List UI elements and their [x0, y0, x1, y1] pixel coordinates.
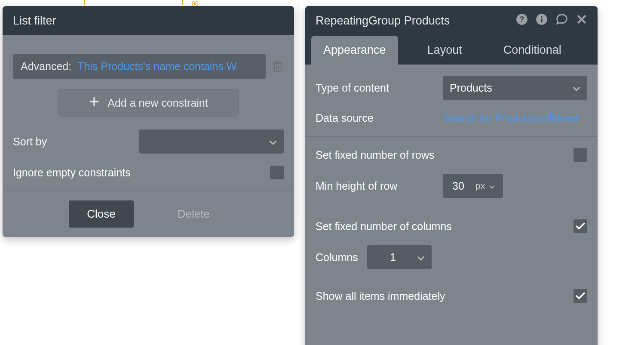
ignore-empty-label: Ignore empty constraints: [13, 166, 270, 179]
delete-button[interactable]: Delete: [159, 200, 228, 228]
constraint-advanced-label: Advanced:: [21, 60, 71, 73]
show-all-checkbox[interactable]: [573, 289, 587, 303]
chevron-down-icon: [417, 251, 425, 264]
data-source-label: Data source: [316, 112, 443, 124]
type-of-content-select[interactable]: Products: [443, 76, 587, 100]
sort-by-row: Sort by: [13, 129, 284, 154]
type-of-content-value: Products: [450, 82, 567, 94]
list-filter-body: Advanced: This Products's name contains …: [3, 35, 294, 191]
data-source-expression[interactable]: Search for Productss:filtered: [443, 112, 587, 124]
chevron-down-icon: [573, 82, 580, 94]
property-editor-panel: RepeatingGroup Products ? Appearance Lay…: [305, 6, 598, 345]
list-filter-header: List filter: [3, 6, 294, 35]
chevron-down-icon: [269, 136, 277, 148]
fixed-rows-checkbox[interactable]: [573, 148, 587, 162]
property-tabs: Appearance Layout Conditional: [305, 35, 598, 65]
canvas-ruler-tick: [84, 0, 85, 5]
svg-text:?: ?: [520, 15, 524, 23]
header-icons: ?: [516, 13, 587, 28]
svg-rect-0: [274, 63, 281, 71]
canvas-ruler-tick: [182, 0, 183, 5]
columns-row: Columns 1: [316, 245, 587, 269]
svg-rect-4: [541, 18, 542, 22]
canvas-guide-vertical: [298, 0, 298, 215]
min-height-label: Min height of row: [316, 180, 443, 192]
fixed-rows-row: Set fixed number of rows: [316, 148, 587, 162]
help-icon[interactable]: ?: [516, 13, 528, 28]
add-constraint-label: Add a new constraint: [107, 97, 208, 109]
add-constraint-button[interactable]: Add a new constraint: [58, 89, 239, 117]
min-height-row: Min height of row 30 px: [316, 174, 587, 198]
trash-icon[interactable]: [272, 60, 284, 73]
data-source-row: Data source Search for Productss:filtere…: [316, 112, 587, 124]
type-of-content-row: Type of content Products: [316, 76, 587, 100]
list-filter-footer: Close Delete: [3, 191, 294, 237]
tab-appearance[interactable]: Appearance: [311, 36, 398, 65]
list-filter-title: List filter: [13, 14, 56, 28]
property-editor-header: RepeatingGroup Products ?: [305, 6, 598, 35]
sort-by-label: Sort by: [13, 136, 139, 148]
info-icon[interactable]: [536, 13, 548, 28]
ignore-empty-checkbox[interactable]: [270, 166, 284, 179]
list-filter-panel: List filter Advanced: This Products's na…: [3, 6, 294, 237]
ignore-empty-row: Ignore empty constraints: [13, 166, 284, 179]
columns-label: Columns: [316, 251, 367, 264]
plus-icon: [89, 96, 100, 110]
tab-layout[interactable]: Layout: [415, 36, 474, 65]
fixed-cols-checkbox[interactable]: [573, 219, 587, 233]
svg-rect-5: [541, 16, 542, 17]
close-button[interactable]: Close: [69, 200, 133, 228]
type-of-content-label: Type of content: [316, 82, 443, 94]
fixed-rows-label: Set fixed number of rows: [316, 149, 573, 161]
columns-value: 1: [374, 251, 412, 264]
min-height-input[interactable]: 30 px: [443, 174, 503, 198]
show-all-label: Show all items immediately: [316, 290, 573, 302]
sort-by-select[interactable]: [139, 129, 284, 154]
min-height-value: 30: [449, 180, 468, 192]
tab-conditional[interactable]: Conditional: [491, 36, 573, 65]
divider: [305, 136, 598, 137]
show-all-row: Show all items immediately: [316, 289, 587, 303]
min-height-unit[interactable]: px: [468, 181, 497, 191]
property-editor-body: Type of content Products Data source Sea…: [305, 65, 598, 315]
constraint-row: Advanced: This Products's name contains …: [13, 54, 284, 79]
constraint-expression-text: This Products's name contains W: [77, 60, 236, 73]
fixed-cols-label: Set fixed number of columns: [316, 220, 573, 233]
comment-icon[interactable]: [555, 13, 568, 28]
close-icon[interactable]: [576, 14, 587, 28]
columns-select[interactable]: 1: [367, 245, 432, 269]
fixed-cols-row: Set fixed number of columns: [316, 219, 587, 233]
element-title: RepeatingGroup Products: [316, 14, 450, 28]
constraint-expression-field[interactable]: Advanced: This Products's name contains …: [13, 54, 266, 79]
